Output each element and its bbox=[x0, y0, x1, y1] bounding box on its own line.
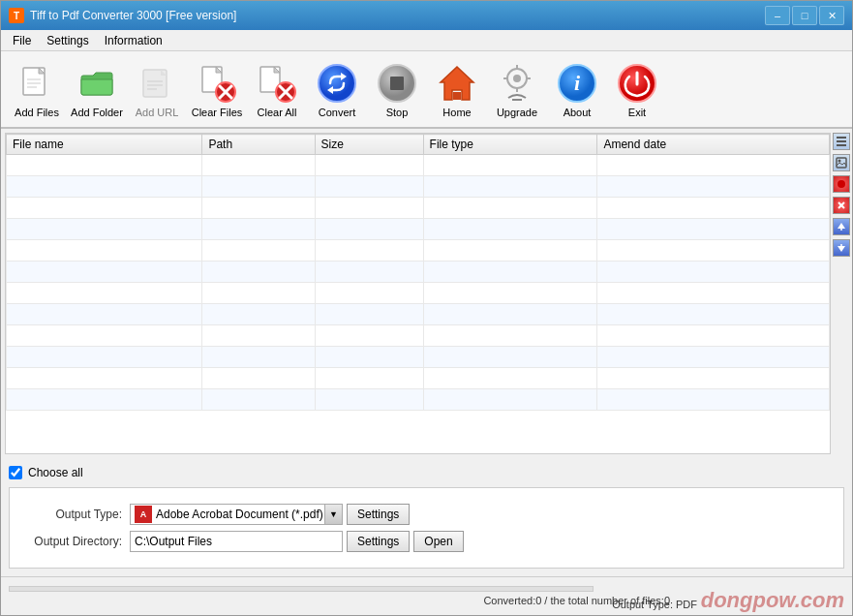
table-row bbox=[7, 219, 830, 240]
about-button[interactable]: i About bbox=[549, 55, 605, 123]
exit-label: Exit bbox=[628, 107, 646, 118]
list-view-button[interactable] bbox=[833, 133, 850, 150]
home-label: Home bbox=[442, 107, 471, 118]
dropdown-arrow-icon[interactable]: ▼ bbox=[324, 505, 342, 524]
toolbar: Add Files Add Folder bbox=[1, 51, 852, 129]
minimize-button[interactable]: – bbox=[765, 6, 790, 25]
output-dir-input[interactable] bbox=[130, 531, 343, 552]
svg-point-20 bbox=[319, 65, 355, 102]
output-settings-button[interactable]: Settings bbox=[347, 504, 410, 525]
window-title: Tiff to Pdf Converter 3000 [Free version… bbox=[30, 9, 236, 22]
clear-files-label: Clear Files bbox=[192, 107, 243, 118]
col-amenddate: Amend date bbox=[597, 135, 830, 155]
sidebar-actions bbox=[831, 129, 852, 458]
file-table-container: File name Path Size File type Amend date bbox=[1, 129, 852, 458]
add-folder-button[interactable]: Add Folder bbox=[69, 55, 125, 123]
col-path: Path bbox=[202, 135, 315, 155]
bottom-area: Choose all Output Type: A Adobe Acrobat … bbox=[1, 458, 852, 576]
clear-files-button[interactable]: Clear Files bbox=[189, 55, 245, 123]
status-bar: Converted:0 / the total number of files:… bbox=[1, 576, 852, 615]
app-icon: T bbox=[9, 8, 24, 23]
open-button[interactable]: Open bbox=[413, 531, 463, 552]
pdf-icon: A bbox=[135, 506, 152, 523]
svg-point-42 bbox=[838, 180, 845, 188]
svg-rect-26 bbox=[453, 92, 461, 100]
add-files-button[interactable]: Add Files bbox=[9, 55, 65, 123]
maximize-button[interactable]: □ bbox=[792, 6, 817, 25]
clear-all-icon bbox=[257, 63, 297, 104]
upgrade-label: Upgrade bbox=[497, 107, 537, 118]
output-type-select-wrapper: A Adobe Acrobat Document (*.pdf) ▼ Setti… bbox=[130, 504, 410, 525]
convert-icon bbox=[317, 63, 357, 104]
convert-label: Convert bbox=[319, 107, 356, 118]
table-row bbox=[7, 389, 830, 411]
svg-marker-45 bbox=[838, 223, 845, 229]
progress-bar bbox=[9, 586, 594, 592]
output-type-row: Output Type: A Adobe Acrobat Document (*… bbox=[25, 504, 828, 525]
table-row bbox=[7, 304, 830, 325]
move-down-button[interactable] bbox=[833, 239, 850, 257]
status-output-type: Output Type: PDF bbox=[612, 599, 697, 610]
table-row bbox=[7, 240, 830, 262]
table-row bbox=[7, 368, 830, 389]
stop-button[interactable]: Stop bbox=[369, 55, 425, 123]
menu-settings[interactable]: Settings bbox=[39, 32, 96, 49]
choose-all-row: Choose all bbox=[9, 462, 844, 483]
clear-all-button[interactable]: Clear All bbox=[249, 55, 305, 123]
svg-rect-24 bbox=[390, 77, 404, 90]
close-button[interactable]: ✕ bbox=[819, 6, 844, 25]
add-url-icon bbox=[137, 63, 177, 104]
svg-rect-37 bbox=[837, 137, 846, 139]
convert-button[interactable]: Convert bbox=[309, 55, 365, 123]
settings-panel: Output Type: A Adobe Acrobat Document (*… bbox=[9, 487, 844, 569]
col-filename: File name bbox=[7, 135, 202, 155]
window-controls: – □ ✕ bbox=[765, 6, 844, 25]
menu-information[interactable]: Information bbox=[97, 32, 170, 49]
image-view-button[interactable] bbox=[833, 154, 850, 171]
delete-button[interactable] bbox=[833, 197, 850, 214]
table-row bbox=[7, 155, 830, 176]
svg-point-28 bbox=[513, 75, 521, 82]
output-dir-row: Output Directory: Settings Open bbox=[25, 531, 828, 552]
upgrade-icon bbox=[497, 63, 537, 104]
svg-rect-39 bbox=[837, 144, 846, 146]
output-type-value: Adobe Acrobat Document (*.pdf) bbox=[156, 508, 324, 521]
add-files-label: Add Files bbox=[15, 107, 59, 118]
choose-all-checkbox[interactable] bbox=[9, 466, 22, 479]
add-folder-label: Add Folder bbox=[71, 107, 123, 118]
title-bar: T Tiff to Pdf Converter 3000 [Free versi… bbox=[1, 1, 852, 30]
col-size: Size bbox=[315, 135, 423, 155]
output-type-label: Output Type: bbox=[25, 508, 122, 521]
file-table-wrapper[interactable]: File name Path Size File type Amend date bbox=[5, 133, 831, 454]
file-table: File name Path Size File type Amend date bbox=[6, 134, 830, 411]
table-row bbox=[7, 283, 830, 304]
home-icon bbox=[437, 63, 477, 104]
about-label: About bbox=[564, 107, 592, 118]
col-filetype: File type bbox=[423, 135, 597, 155]
add-url-button: Add URL bbox=[129, 55, 185, 123]
output-type-select[interactable]: A Adobe Acrobat Document (*.pdf) ▼ bbox=[130, 504, 343, 525]
upgrade-button[interactable]: Upgrade bbox=[489, 55, 545, 123]
svg-marker-47 bbox=[838, 246, 845, 252]
title-bar-left: T Tiff to Pdf Converter 3000 [Free versi… bbox=[9, 8, 236, 23]
output-dir-label: Output Directory: bbox=[25, 535, 122, 548]
main-window: T Tiff to Pdf Converter 3000 [Free versi… bbox=[0, 0, 853, 616]
svg-rect-38 bbox=[837, 140, 846, 142]
move-up-button[interactable] bbox=[833, 218, 850, 235]
svg-point-41 bbox=[838, 160, 841, 163]
clear-files-icon bbox=[197, 63, 237, 104]
dir-settings-button[interactable]: Settings bbox=[347, 531, 410, 552]
add-url-label: Add URL bbox=[136, 107, 179, 118]
table-row bbox=[7, 198, 830, 219]
about-icon: i bbox=[557, 63, 597, 104]
choose-all-label: Choose all bbox=[28, 466, 83, 479]
home-button[interactable]: Home bbox=[429, 55, 485, 123]
exit-icon bbox=[617, 63, 657, 104]
table-row bbox=[7, 176, 830, 198]
table-row bbox=[7, 325, 830, 347]
menu-file[interactable]: File bbox=[5, 32, 39, 49]
remove-button[interactable] bbox=[833, 175, 850, 193]
exit-button[interactable]: Exit bbox=[609, 55, 665, 123]
add-folder-icon bbox=[76, 63, 117, 104]
table-row bbox=[7, 347, 830, 368]
